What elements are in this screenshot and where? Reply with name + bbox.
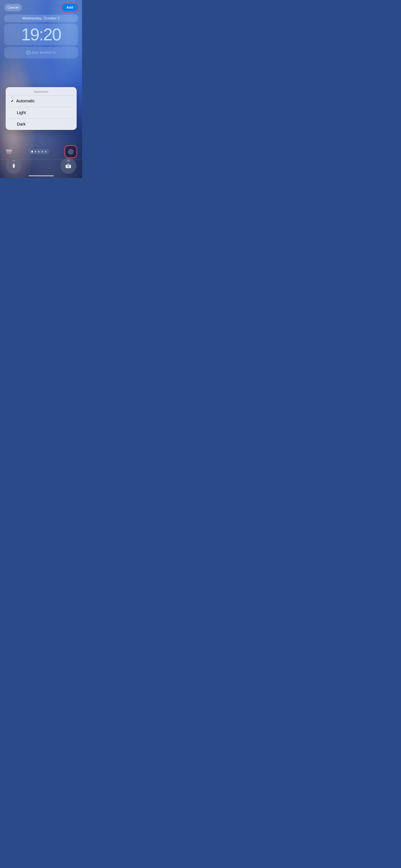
checkmark-icon: ✓	[11, 99, 14, 103]
automatic-label: Automatic	[16, 99, 35, 103]
option-automatic[interactable]: ✓ Automatic	[6, 95, 76, 107]
add-widgets-area[interactable]: + ADD WIDGETS	[4, 47, 78, 59]
flashlight-button[interactable]: −	[6, 158, 22, 174]
page-dots	[28, 149, 49, 154]
layer-bar-2	[6, 151, 12, 152]
home-indicator	[29, 175, 54, 176]
half-moon-icon	[68, 149, 74, 155]
option-dark[interactable]: Dark	[6, 119, 76, 130]
layer-bar-3	[7, 153, 11, 154]
lock-screen-content: Wednesday, October 2 19:20 + ADD WIDGETS	[0, 14, 82, 59]
appearance-popup: Appearance ✓ Automatic Light Dark	[6, 87, 76, 130]
dot-1	[31, 151, 33, 153]
date-display: Wednesday, October 2	[4, 14, 78, 22]
camera-remove-badge: −	[66, 159, 70, 162]
flashlight-icon	[11, 163, 17, 169]
dot-5	[45, 151, 47, 153]
add-button[interactable]: Add	[62, 4, 78, 11]
dot-4	[41, 151, 43, 153]
dot-2	[35, 151, 36, 153]
light-label: Light	[17, 110, 26, 115]
appearance-toggle-button[interactable]	[65, 146, 76, 157]
flashlight-remove-badge: −	[12, 159, 16, 162]
dark-label: Dark	[17, 122, 26, 127]
cancel-button[interactable]: Cancel	[4, 4, 22, 11]
appearance-title: Appearance	[6, 87, 76, 95]
bottom-toolbar	[0, 146, 82, 157]
option-light[interactable]: Light	[6, 107, 76, 119]
svg-point-6	[68, 166, 69, 167]
camera-button[interactable]: −	[60, 158, 76, 174]
svg-point-7	[70, 165, 70, 166]
time-display: 19:20	[4, 24, 78, 45]
svg-rect-3	[13, 165, 14, 165]
plus-icon: +	[26, 51, 30, 55]
top-bar: Cancel Add	[0, 0, 82, 12]
bottom-actions: − −	[0, 158, 82, 174]
layers-icon[interactable]	[6, 150, 12, 154]
dot-3	[38, 151, 40, 153]
add-widgets-label: ADD WIDGETS	[32, 51, 56, 54]
layer-bar-1	[6, 150, 12, 151]
camera-icon	[65, 163, 71, 168]
